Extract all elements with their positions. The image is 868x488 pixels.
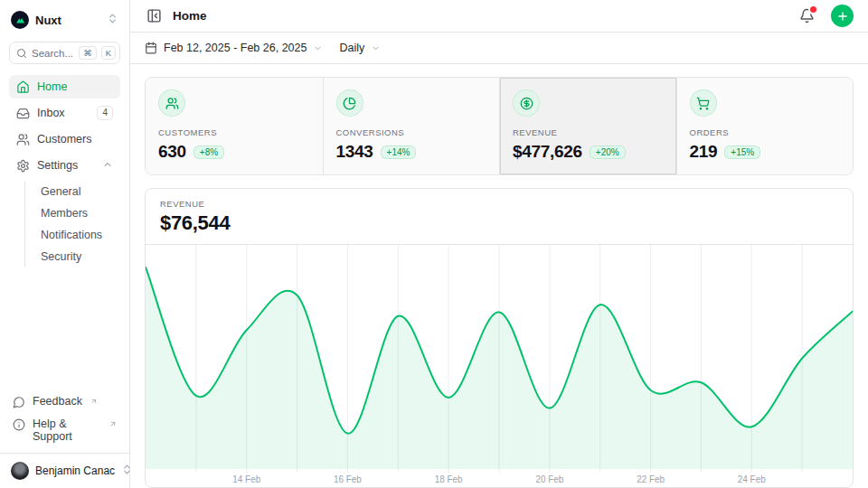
shopping-cart-icon bbox=[690, 89, 717, 117]
content: CUSTOMERS 630 +8% CONVERSIONS 1343 +14% bbox=[130, 64, 868, 488]
sidebar-item-general[interactable]: General bbox=[37, 182, 120, 202]
help-support-label: Help & Support bbox=[33, 418, 101, 443]
sidebar-item-members[interactable]: Members bbox=[37, 203, 120, 223]
users-icon bbox=[158, 89, 185, 117]
svg-text:18 Feb: 18 Feb bbox=[435, 474, 463, 484]
notifications-button[interactable] bbox=[797, 6, 816, 25]
revenue-chart-card: REVENUE $76,544 14 Feb16 Feb18 Feb20 Feb… bbox=[145, 188, 854, 488]
date-range-picker[interactable]: Feb 12, 2025 - Feb 26, 2025 bbox=[145, 42, 323, 54]
panel-left-close-icon bbox=[146, 8, 162, 23]
stat-value: $477,626 bbox=[513, 142, 582, 162]
search-input[interactable] bbox=[32, 48, 74, 59]
sidebar-item-label: Settings bbox=[37, 159, 95, 172]
chevrons-up-down-icon bbox=[107, 12, 118, 28]
stats-row: CUSTOMERS 630 +8% CONVERSIONS 1343 +14% bbox=[145, 77, 854, 175]
kbd-cmd: ⌘ bbox=[79, 46, 97, 60]
notification-dot bbox=[810, 6, 816, 13]
chart-metric-label: REVENUE bbox=[160, 199, 838, 209]
svg-text:16 Feb: 16 Feb bbox=[334, 474, 362, 484]
workspace-switcher[interactable]: Nuxt bbox=[9, 9, 120, 31]
plus-icon bbox=[836, 10, 849, 23]
svg-text:14 Feb: 14 Feb bbox=[232, 474, 260, 484]
page-header: Home bbox=[130, 0, 868, 33]
svg-text:22 Feb: 22 Feb bbox=[637, 474, 665, 484]
chart-metric-value: $76,544 bbox=[160, 211, 838, 235]
filters-toolbar: Feb 12, 2025 - Feb 26, 2025 Daily bbox=[130, 33, 868, 64]
message-bubble-icon bbox=[13, 396, 25, 408]
info-circle-icon bbox=[13, 418, 25, 431]
stat-card-conversions[interactable]: CONVERSIONS 1343 +14% bbox=[323, 78, 500, 174]
workspace-name: Nuxt bbox=[35, 14, 100, 27]
svg-text:20 Feb: 20 Feb bbox=[535, 474, 563, 484]
granularity-select[interactable]: Daily bbox=[339, 42, 381, 54]
sidebar-item-label: Home bbox=[37, 80, 113, 93]
inbox-icon bbox=[16, 107, 30, 120]
user-name: Benjamin Canac bbox=[35, 465, 115, 477]
feedback-label: Feedback bbox=[33, 395, 82, 408]
stat-value: 1343 bbox=[336, 142, 373, 162]
chart-header: REVENUE $76,544 bbox=[146, 189, 853, 244]
feedback-link[interactable]: Feedback bbox=[9, 392, 120, 411]
sidebar-item-label: Customers bbox=[37, 133, 113, 145]
sidebar: Nuxt ⌘ K Home Inbox 4 bbox=[0, 0, 130, 488]
avatar bbox=[11, 462, 29, 480]
page-title: Home bbox=[173, 9, 788, 23]
home-icon bbox=[16, 80, 30, 94]
delta-badge: +20% bbox=[590, 145, 626, 159]
granularity-label: Daily bbox=[339, 42, 364, 54]
external-link-icon bbox=[108, 418, 117, 430]
nuxt-logo-icon bbox=[11, 11, 29, 29]
help-support-link[interactable]: Help & Support bbox=[9, 415, 120, 446]
app: Nuxt ⌘ K Home Inbox 4 bbox=[0, 0, 868, 488]
sidebar-item-settings[interactable]: Settings bbox=[9, 154, 120, 177]
delta-badge: +8% bbox=[193, 145, 224, 159]
stat-label: ORDERS bbox=[690, 127, 841, 137]
search-icon bbox=[16, 48, 27, 59]
svg-text:24 Feb: 24 Feb bbox=[738, 474, 766, 484]
add-button[interactable] bbox=[831, 5, 854, 27]
main-panel: Home Feb 12, 2025 - Feb 26, 2025 Daily bbox=[130, 0, 868, 488]
users-icon bbox=[16, 133, 30, 146]
inbox-count-badge: 4 bbox=[97, 106, 113, 120]
sidebar-item-label: Inbox bbox=[37, 107, 90, 119]
sidebar-nav: Home Inbox 4 Customers Settings bbox=[9, 75, 120, 268]
sidebar-footer: Feedback Help & Support bbox=[9, 392, 120, 453]
date-range-label: Feb 12, 2025 - Feb 26, 2025 bbox=[164, 42, 307, 54]
stat-card-customers[interactable]: CUSTOMERS 630 +8% bbox=[146, 78, 323, 174]
stat-value: 219 bbox=[690, 142, 718, 162]
delta-badge: +14% bbox=[381, 145, 417, 159]
chevron-down-icon bbox=[313, 43, 323, 53]
stat-card-orders[interactable]: ORDERS 219 +15% bbox=[676, 78, 854, 174]
settings-subnav: General Members Notifications Security bbox=[24, 182, 120, 267]
delta-badge: +15% bbox=[724, 145, 760, 159]
pie-chart-icon bbox=[336, 89, 363, 117]
sidebar-item-security[interactable]: Security bbox=[37, 247, 120, 267]
user-menu[interactable]: Benjamin Canac bbox=[0, 453, 129, 488]
chevron-up-icon bbox=[102, 159, 113, 173]
sidebar-item-inbox[interactable]: Inbox 4 bbox=[9, 101, 120, 125]
circle-dollar-icon bbox=[513, 89, 540, 117]
stat-label: CONVERSIONS bbox=[336, 127, 487, 137]
stat-value: 630 bbox=[158, 142, 186, 162]
revenue-area-chart: 14 Feb16 Feb18 Feb20 Feb22 Feb24 Feb bbox=[146, 245, 853, 487]
sidebar-item-home[interactable]: Home bbox=[9, 75, 120, 99]
sidebar-item-notifications[interactable]: Notifications bbox=[37, 225, 120, 245]
sidebar-item-customers[interactable]: Customers bbox=[9, 127, 120, 151]
collapse-sidebar-button[interactable] bbox=[145, 6, 164, 25]
chevron-down-icon bbox=[371, 43, 381, 53]
stat-card-revenue[interactable]: REVENUE $477,626 +20% bbox=[499, 78, 676, 174]
stat-label: REVENUE bbox=[513, 127, 664, 137]
search-input-wrap[interactable]: ⌘ K bbox=[9, 42, 120, 64]
gear-icon bbox=[16, 159, 30, 173]
kbd-k: K bbox=[101, 46, 116, 60]
stat-label: CUSTOMERS bbox=[158, 127, 310, 137]
external-link-icon bbox=[90, 395, 98, 408]
calendar-icon bbox=[145, 42, 157, 54]
